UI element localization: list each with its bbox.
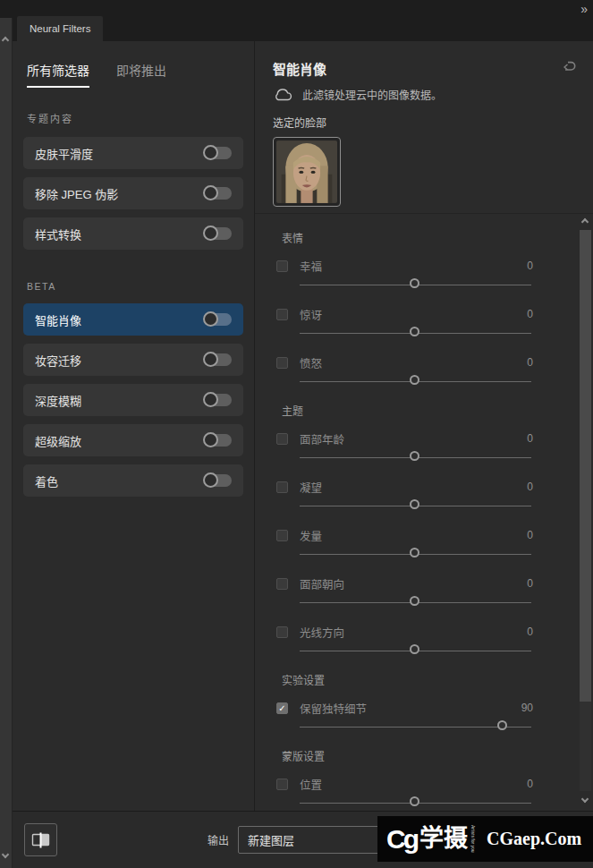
settings-scrollbar[interactable] (580, 216, 591, 805)
slider-track[interactable] (300, 506, 531, 506)
slider-value: 0 (527, 432, 533, 445)
filter-item[interactable]: 超级缩放 (23, 424, 243, 456)
toggle-knob-icon (203, 311, 218, 327)
watermark-brand: 学摄 (419, 827, 468, 851)
watermark-logo: Cg (386, 826, 417, 853)
scrollbar-thumb[interactable] (580, 230, 591, 702)
filter-toggle[interactable] (205, 187, 232, 200)
portrait-image (276, 140, 337, 203)
slider-value: 0 (527, 308, 533, 320)
slider-rows: 面部年龄 0 凝望 0 发量 0 面部朝向 0 (276, 430, 566, 651)
slider-checkbox[interactable] (276, 779, 288, 790)
slider-label: 面部朝向 (300, 575, 344, 592)
section-header: BETA (13, 258, 254, 303)
slider-handle[interactable] (410, 451, 419, 461)
panel-menu-icon[interactable]: » (580, 2, 586, 16)
slider-track[interactable] (300, 727, 531, 728)
slider-track[interactable] (300, 285, 531, 285)
slider-row: 凝望 0 (276, 479, 566, 506)
output-dropdown-value: 新建图层 (248, 831, 294, 848)
filter-item-label: 智能肖像 (35, 311, 81, 328)
tab-coming-soon[interactable]: 即将推出 (116, 61, 166, 88)
slider-track[interactable] (300, 803, 531, 804)
settings-scroll-area: 表情 幸福 0 惊讶 0 愤怒 0 主题 (255, 213, 593, 811)
slider-group-header: 蒙版设置 (282, 748, 566, 763)
filter-item[interactable]: 样式转换 (23, 217, 243, 250)
filter-toggle[interactable] (205, 474, 232, 487)
filter-item-label: 样式转换 (35, 226, 81, 243)
slider-handle[interactable] (410, 327, 419, 336)
slider-checkbox[interactable]: ✓ (276, 702, 288, 714)
tab-neural-filters[interactable]: Neural Filters (17, 16, 103, 41)
slider-rows: ✓ 保留独特细节 90 (276, 700, 566, 728)
slider-track[interactable] (300, 457, 531, 458)
slider-track[interactable] (300, 602, 531, 603)
slider-checkbox[interactable] (276, 357, 288, 369)
slider-group-header: 主题 (282, 403, 566, 418)
scrollbar-track[interactable] (580, 230, 591, 791)
filter-item[interactable]: 智能肖像 (23, 303, 243, 336)
slider-group: 实验设置 ✓ 保留独特细节 90 (276, 672, 566, 728)
slider-track[interactable] (300, 333, 531, 334)
slider-checkbox[interactable] (276, 578, 288, 590)
slider-row-top: ✓ 保留独特细节 90 (276, 700, 566, 716)
slider-row: 面部朝向 0 (276, 575, 566, 603)
slider-label: 愤怒 (300, 354, 322, 371)
face-thumbnail[interactable] (273, 137, 341, 207)
filter-title: 智能肖像 (273, 59, 575, 78)
tab-all-filters-label: 所有筛选器 (27, 61, 89, 84)
filter-item[interactable]: 皮肤平滑度 (23, 137, 243, 169)
filter-section: BETA 智能肖像 妆容迁移 深度模糊 超级缩放 着色 (13, 258, 254, 497)
filter-toggle[interactable] (205, 227, 232, 240)
scroll-up-icon[interactable] (2, 37, 9, 44)
slider-handle[interactable] (410, 644, 419, 654)
slider-handle[interactable] (410, 499, 419, 509)
slider-checkbox[interactable] (276, 530, 288, 541)
toggle-knob-icon (203, 185, 218, 200)
filter-toggle[interactable] (205, 434, 232, 447)
slider-row: 愤怒 0 (276, 354, 566, 382)
slider-handle[interactable] (410, 278, 419, 288)
filter-item[interactable]: 妆容迁移 (23, 344, 243, 376)
preview-toggle-button[interactable] (24, 823, 57, 856)
filter-toggle[interactable] (205, 313, 232, 326)
filter-item[interactable]: 移除 JPEG 伪影 (23, 177, 243, 209)
filter-item[interactable]: 深度模糊 (23, 384, 243, 416)
slider-row: ✓ 保留独特细节 90 (276, 700, 566, 728)
slider-checkbox[interactable] (276, 626, 288, 638)
slider-track[interactable] (300, 651, 531, 651)
slider-handle[interactable] (410, 796, 419, 806)
slider-checkbox[interactable] (276, 481, 288, 493)
slider-checkbox[interactable] (276, 260, 288, 272)
slider-groups: 表情 幸福 0 惊讶 0 愤怒 0 主题 (276, 230, 593, 811)
slider-row: 幸福 0 (276, 258, 566, 285)
slider-track[interactable] (300, 381, 531, 382)
section-items: 智能肖像 妆容迁移 深度模糊 超级缩放 着色 (13, 303, 254, 497)
filter-toggle[interactable] (205, 147, 232, 159)
slider-row-top: 惊讶 0 (276, 306, 566, 322)
reset-icon[interactable] (561, 61, 577, 78)
filter-item[interactable]: 着色 (23, 464, 243, 497)
slider-checkbox[interactable] (276, 433, 288, 445)
scroll-down-icon[interactable] (2, 851, 9, 858)
slider-handle[interactable] (410, 375, 419, 385)
slider-rows: 位置 0 ✓ 羽化 20 (276, 776, 566, 811)
document-scrollbar[interactable] (0, 18, 13, 868)
slider-handle[interactable] (497, 720, 507, 730)
filter-section: 专题内容 皮肤平滑度 移除 JPEG 伪影 样式转换 (13, 88, 254, 250)
slider-checkbox[interactable] (276, 309, 288, 320)
slider-row: 光线方向 0 (276, 624, 566, 651)
slider-track[interactable] (300, 554, 531, 555)
filter-toggle[interactable] (205, 353, 232, 366)
slider-label: 发量 (300, 527, 322, 544)
filter-tabs: 所有筛选器 即将推出 (13, 61, 254, 88)
scroll-up-icon[interactable] (581, 218, 589, 226)
filter-toggle[interactable] (205, 394, 232, 406)
scroll-down-icon[interactable] (581, 796, 589, 803)
slider-handle[interactable] (410, 548, 419, 557)
slider-row: 位置 0 (276, 776, 566, 804)
slider-handle[interactable] (410, 596, 419, 606)
slider-group-header: 实验设置 (282, 672, 566, 687)
tab-all-filters[interactable]: 所有筛选器 (27, 61, 89, 88)
main-area: 所有筛选器 即将推出 专题内容 皮肤平滑度 移除 JPEG 伪影 样式转 (13, 41, 593, 811)
